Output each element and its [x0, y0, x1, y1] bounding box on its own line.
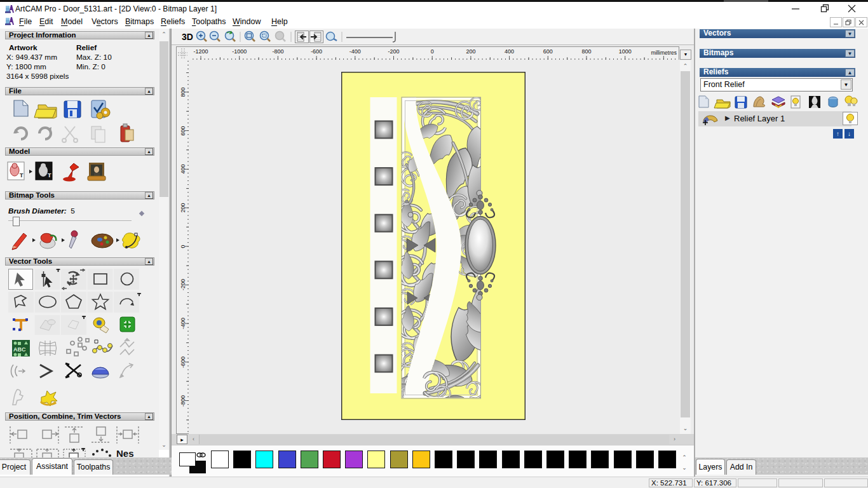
svg-text:T: T	[48, 172, 51, 179]
svg-text:Nes: Nes	[116, 448, 134, 458]
svg-text:ABC: ABC	[13, 346, 26, 353]
svg-text:T: T	[20, 172, 24, 179]
